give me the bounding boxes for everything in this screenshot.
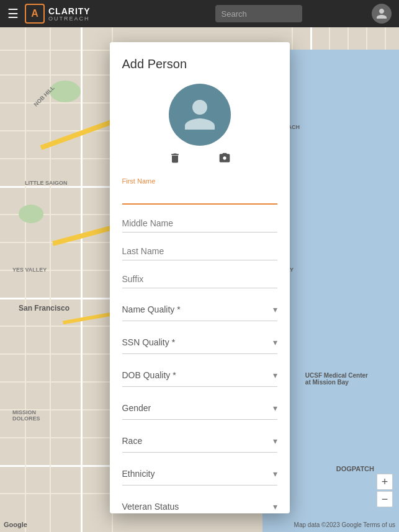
dropdown-label-0: Name Quality * (122, 304, 181, 314)
middle-name-input[interactable] (122, 215, 277, 233)
user-avatar[interactable] (372, 4, 392, 24)
dropdowns-container: Name Quality *▾SSN Quality *▾DOB Quality… (122, 298, 277, 513)
dropdown-ethnicity[interactable]: Ethnicity▾ (122, 463, 277, 485)
last-name-group (122, 242, 277, 260)
dropdown-name-quality-[interactable]: Name Quality *▾ (122, 298, 277, 321)
topbar: ☰ A CLARITY OUTREACH (0, 0, 399, 27)
camera-button[interactable] (218, 152, 231, 167)
dropdown-group-6: Veteran Status▾ (122, 495, 277, 513)
chevron-down-icon: ▾ (273, 304, 277, 314)
logo-letter: A (31, 8, 38, 19)
suffix-input[interactable] (122, 270, 277, 288)
first-name-group: First Name (122, 177, 277, 205)
dropdown-ssn-quality-[interactable]: SSN Quality *▾ (122, 331, 277, 354)
dropdown-dob-quality-[interactable]: DOB Quality *▾ (122, 364, 277, 387)
search-container (215, 5, 302, 22)
avatar-actions (169, 152, 231, 167)
modal-title: Add Person (122, 57, 277, 71)
dropdown-gender[interactable]: Gender▾ (122, 397, 277, 420)
logo: A CLARITY OUTREACH (25, 4, 91, 24)
menu-icon[interactable]: ☰ (7, 6, 19, 21)
dropdown-group-3: Gender▾ (122, 397, 277, 420)
modal-overlay: Add Person (0, 27, 399, 532)
dropdown-group-1: SSN Quality *▾ (122, 331, 277, 354)
dropdown-label-3: Gender (122, 403, 151, 413)
dropdown-group-2: DOB Quality *▾ (122, 364, 277, 387)
last-name-input[interactable] (122, 242, 277, 260)
delete-avatar-button[interactable] (169, 152, 181, 167)
dropdown-veteran-status[interactable]: Veteran Status▾ (122, 495, 277, 513)
logo-text-block: CLARITY OUTREACH (48, 6, 91, 22)
dropdown-group-0: Name Quality *▾ (122, 298, 277, 321)
first-name-input[interactable] (122, 186, 277, 205)
logo-name: CLARITY (48, 6, 91, 16)
add-person-modal: Add Person (110, 42, 290, 513)
dropdown-group-4: Race▾ (122, 430, 277, 453)
avatar-circle (169, 84, 231, 146)
suffix-group (122, 270, 277, 288)
chevron-down-icon: ▾ (273, 502, 277, 512)
chevron-down-icon: ▾ (273, 469, 277, 479)
chevron-down-icon: ▾ (273, 436, 277, 446)
dropdown-label-1: SSN Quality * (122, 337, 176, 347)
dropdown-label-6: Veteran Status (122, 502, 179, 512)
logo-sub: OUTREACH (48, 16, 91, 22)
dropdown-group-5: Ethnicity▾ (122, 463, 277, 485)
chevron-down-icon: ▾ (273, 370, 277, 380)
logo-box: A (25, 4, 45, 24)
dropdown-race[interactable]: Race▾ (122, 430, 277, 453)
dropdown-label-2: DOB Quality * (122, 370, 176, 380)
middle-name-group (122, 215, 277, 233)
chevron-down-icon: ▾ (273, 403, 277, 413)
avatar-section (122, 84, 277, 167)
dropdown-label-4: Race (122, 436, 143, 446)
first-name-label: First Name (122, 177, 277, 185)
search-input[interactable] (215, 5, 302, 22)
chevron-down-icon: ▾ (273, 337, 277, 347)
dropdown-label-5: Ethnicity (122, 469, 155, 479)
avatar-default-icon (181, 96, 218, 133)
